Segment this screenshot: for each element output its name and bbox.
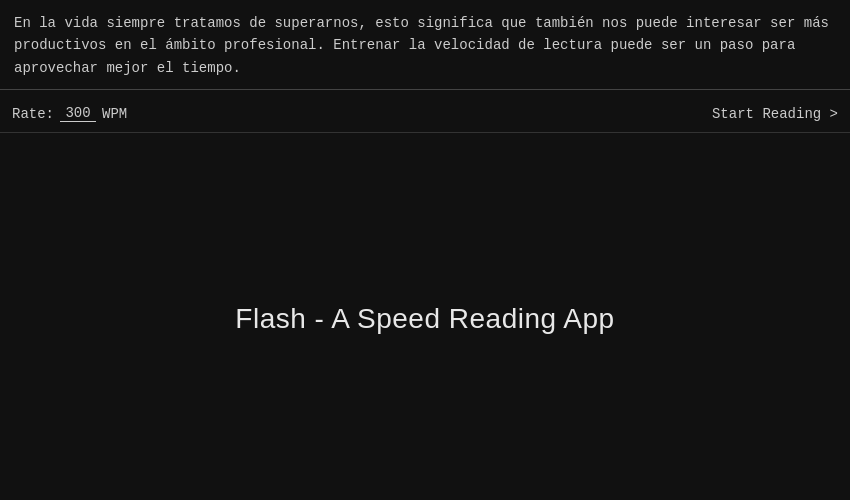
rate-input[interactable] xyxy=(60,105,96,122)
rate-label: Rate: xyxy=(12,106,54,122)
text-input-area[interactable] xyxy=(0,0,850,90)
main-display-area: Flash - A Speed Reading App xyxy=(0,133,850,500)
wpm-label: WPM xyxy=(102,106,127,122)
app-title: Flash - A Speed Reading App xyxy=(235,303,614,335)
start-reading-button[interactable]: Start Reading > xyxy=(712,106,838,122)
rate-section: Rate: WPM xyxy=(12,105,127,122)
controls-bar: Rate: WPM Start Reading > xyxy=(0,95,850,133)
